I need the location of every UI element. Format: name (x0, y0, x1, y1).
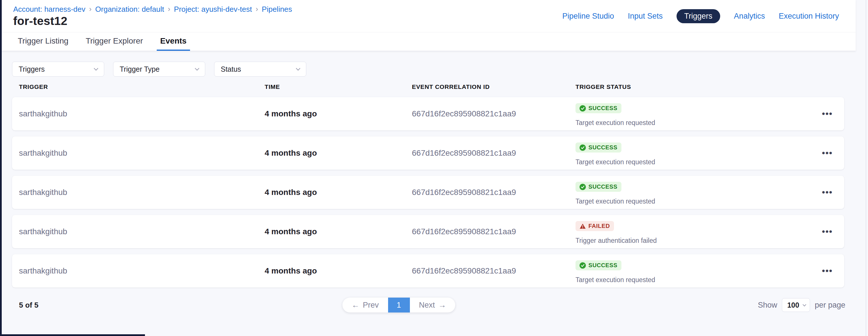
row-event-correlation-id: 667d16f2ec895908821c1aa9 (412, 266, 516, 275)
pagination: ← Prev 1 Next → (342, 298, 455, 312)
status-message: Target execution requested (576, 158, 804, 166)
row-trigger: sarthakgithub (19, 148, 67, 157)
column-header-trigger-status: TRIGGER STATUS (576, 83, 844, 90)
row-trigger: sarthakgithub (19, 227, 67, 236)
table-row: sarthakgithub 4 months ago 667d16f2ec895… (12, 176, 844, 209)
status-badge: SUCCESS (576, 103, 621, 113)
right-edge-line (866, 0, 866, 336)
tab-events[interactable]: Events (157, 32, 190, 51)
tab-bar: Trigger ListingTrigger ExplorerEvents (2, 32, 856, 51)
status-badge-label: SUCCESS (588, 144, 617, 151)
table-row: sarthakgithub 4 months ago 667d16f2ec895… (12, 136, 844, 170)
filters-row: TriggersTrigger TypeStatus (12, 62, 856, 76)
filter-status[interactable]: Status (214, 62, 306, 76)
table-body: sarthakgithub 4 months ago 667d16f2ec895… (2, 97, 856, 288)
row-menu-button[interactable]: ••• (822, 109, 833, 119)
tab-trigger-explorer[interactable]: Trigger Explorer (82, 32, 146, 51)
row-event-correlation-id: 667d16f2ec895908821c1aa9 (412, 148, 516, 157)
status-badge-label: SUCCESS (588, 262, 617, 269)
filter-label: Triggers (19, 65, 45, 73)
prev-button[interactable]: ← Prev (342, 298, 388, 312)
arrow-right-icon: → (438, 301, 446, 310)
row-menu-button[interactable]: ••• (822, 188, 833, 197)
row-menu-button[interactable]: ••• (822, 266, 833, 276)
nav-execution-history[interactable]: Execution History (779, 12, 839, 21)
chevron-down-icon (296, 66, 301, 70)
breadcrumb-link-project-ayushi-dev-test[interactable]: Project: ayushi-dev-test (174, 5, 252, 14)
chevron-down-icon (94, 66, 98, 70)
breadcrumb-link-organization-default[interactable]: Organization: default (95, 5, 164, 14)
events-content: TriggersTrigger TypeStatus TRIGGER TIME … (2, 51, 856, 316)
header-top: Account: harness-dev›Organization: defau… (2, 0, 856, 32)
next-button[interactable]: Next → (410, 298, 456, 312)
status-message: Target execution requested (576, 119, 804, 127)
row-event-correlation-id: 667d16f2ec895908821c1aa9 (412, 109, 516, 118)
pipeline-nav: Pipeline StudioInput SetsTriggersAnalyti… (562, 0, 839, 32)
chevron-down-icon (803, 303, 807, 306)
chevron-down-icon (195, 66, 199, 70)
breadcrumb: Account: harness-dev›Organization: defau… (13, 5, 292, 14)
column-header-event-correlation-id: EVENT CORRELATION ID (412, 83, 576, 90)
status-badge: SUCCESS (576, 260, 621, 270)
nav-input-sets[interactable]: Input Sets (628, 12, 663, 21)
table-row: sarthakgithub 4 months ago 667d16f2ec895… (12, 97, 844, 130)
check-circle-icon (580, 105, 586, 111)
table-header: TRIGGER TIME EVENT CORRELATION ID TRIGGE… (12, 83, 844, 90)
nav-analytics[interactable]: Analytics (734, 12, 765, 21)
row-time: 4 months ago (265, 148, 317, 157)
page-number-button[interactable]: 1 (388, 298, 410, 312)
table-row: sarthakgithub 4 months ago 667d16f2ec895… (12, 215, 844, 248)
row-trigger: sarthakgithub (19, 109, 67, 118)
row-event-correlation-id: 667d16f2ec895908821c1aa9 (412, 188, 516, 197)
chevron-right-separator: › (168, 5, 170, 13)
breadcrumb-link-account-harness-dev[interactable]: Account: harness-dev (13, 5, 85, 14)
footer: 5 of 5 ← Prev 1 Next → Show 100 per page (12, 294, 845, 316)
status-badge: FAILED (576, 221, 614, 231)
status-message: Trigger authentication failed (576, 237, 804, 244)
arrow-left-icon: ← (352, 301, 360, 310)
status-message: Target execution requested (576, 198, 804, 205)
row-time: 4 months ago (265, 266, 317, 275)
chevron-right-separator: › (89, 5, 91, 13)
breadcrumb-link-pipelines[interactable]: Pipelines (262, 5, 292, 14)
row-trigger: sarthakgithub (19, 188, 67, 197)
show-label: Show (758, 301, 777, 310)
status-badge-label: SUCCESS (588, 183, 617, 190)
page-size-select[interactable]: 100 (782, 298, 810, 312)
row-time: 4 months ago (265, 227, 317, 236)
column-header-trigger: TRIGGER (12, 83, 265, 90)
page-size-value: 100 (787, 301, 799, 309)
next-label: Next (419, 301, 435, 310)
filter-label: Status (221, 65, 241, 73)
filter-label: Trigger Type (120, 65, 160, 73)
prev-label: Prev (363, 301, 379, 310)
nav-pipeline-studio[interactable]: Pipeline Studio (562, 12, 614, 21)
row-menu-button[interactable]: ••• (822, 148, 833, 158)
row-menu-button[interactable]: ••• (822, 227, 833, 237)
status-badge-label: SUCCESS (588, 105, 617, 111)
column-header-time: TIME (265, 83, 412, 90)
status-message: Target execution requested (576, 276, 804, 284)
row-event-correlation-id: 667d16f2ec895908821c1aa9 (412, 227, 516, 236)
check-circle-icon (580, 262, 586, 269)
filter-trigger-type[interactable]: Trigger Type (113, 62, 205, 76)
filter-triggers[interactable]: Triggers (12, 62, 104, 76)
row-time: 4 months ago (265, 188, 317, 197)
nav-triggers[interactable]: Triggers (677, 9, 720, 23)
status-badge-label: FAILED (588, 223, 610, 229)
page-header: Account: harness-dev›Organization: defau… (2, 0, 856, 51)
check-circle-icon (580, 144, 586, 151)
row-count: 5 of 5 (19, 301, 38, 310)
check-circle-icon (580, 184, 586, 190)
row-trigger: sarthakgithub (19, 266, 67, 275)
page-title: for-test12 (13, 14, 67, 28)
collapsed-sidebar-strip (0, 0, 2, 336)
row-time: 4 months ago (265, 109, 317, 118)
tab-trigger-listing[interactable]: Trigger Listing (14, 32, 72, 51)
bottom-edge-sliver (0, 334, 145, 336)
per-page-label: per page (815, 301, 845, 310)
warning-triangle-icon (580, 223, 586, 229)
table-row: sarthakgithub 4 months ago 667d16f2ec895… (12, 254, 844, 288)
status-badge: SUCCESS (576, 182, 621, 192)
status-badge: SUCCESS (576, 142, 621, 153)
